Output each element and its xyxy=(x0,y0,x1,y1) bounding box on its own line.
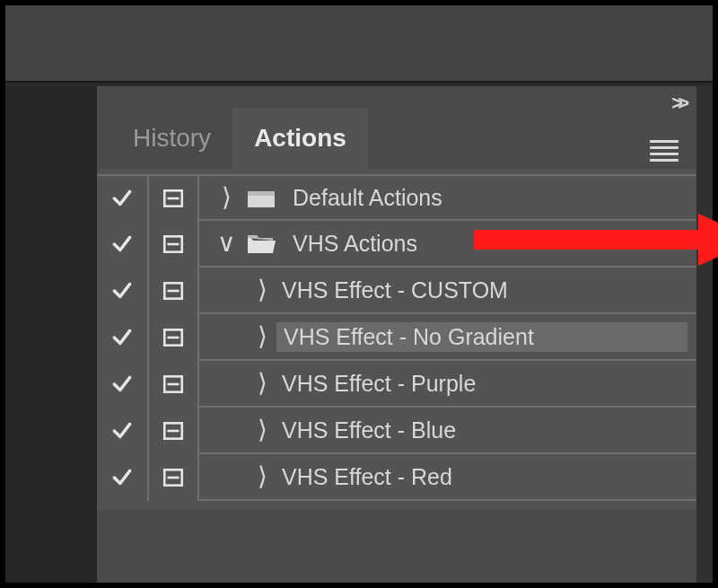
checkmark-icon xyxy=(110,466,134,489)
chevron-right-icon[interactable]: ⟩ xyxy=(248,371,276,396)
row-content: ⟩VHS Effect - No Gradient xyxy=(199,314,696,361)
toggle-enabled[interactable] xyxy=(97,174,149,221)
toggle-enabled[interactable] xyxy=(97,408,149,454)
tab-history[interactable]: History xyxy=(111,108,232,169)
dialog-toggle-icon xyxy=(162,326,185,349)
chevron-right-icon[interactable]: ⟩ xyxy=(212,185,241,210)
dialog-toggle-icon xyxy=(162,373,185,396)
action-row[interactable]: ⟩VHS Effect - Purple xyxy=(97,361,696,408)
checkmark-icon xyxy=(110,419,134,443)
panel-tabs: History Actions xyxy=(97,86,696,169)
checkmark-icon xyxy=(110,326,134,349)
tab-actions[interactable]: Actions xyxy=(232,108,368,169)
dialog-toggle-icon xyxy=(162,187,185,210)
row-content: ∨VHS Actions xyxy=(199,221,696,268)
svg-rect-2 xyxy=(248,191,275,196)
action-row[interactable]: ⟩VHS Effect - Red xyxy=(97,454,696,501)
toggle-dialog[interactable] xyxy=(149,314,199,361)
dialog-toggle-icon xyxy=(162,233,185,256)
row-label: VHS Actions xyxy=(287,231,687,257)
chevron-right-icon[interactable]: ⟩ xyxy=(248,277,276,303)
toggle-dialog[interactable] xyxy=(149,454,199,501)
row-label: VHS Effect - Blue xyxy=(276,417,687,443)
toggle-dialog[interactable] xyxy=(149,174,199,221)
row-content: ⟩VHS Effect - Purple xyxy=(199,361,696,408)
row-label: VHS Effect - Red xyxy=(276,464,687,490)
toggle-enabled[interactable] xyxy=(97,361,149,408)
actions-panel: >> History Actions ⟩Default Actions∨VHS … xyxy=(97,86,696,583)
row-label: VHS Effect - CUSTOM xyxy=(276,277,687,303)
action-set-row[interactable]: ⟩Default Actions xyxy=(97,174,696,221)
row-content: ⟩VHS Effect - Red xyxy=(199,454,696,501)
row-content: ⟩VHS Effect - CUSTOM xyxy=(199,268,696,314)
panel-menu-icon[interactable] xyxy=(650,140,679,162)
right-gutter xyxy=(696,86,713,583)
actions-list: ⟩Default Actions∨VHS Actions⟩VHS Effect … xyxy=(97,169,696,510)
row-label: VHS Effect - No Gradient xyxy=(276,322,687,352)
checkmark-icon xyxy=(110,187,134,210)
folder-closed-icon xyxy=(246,186,276,209)
toggle-dialog[interactable] xyxy=(149,361,199,408)
checkmark-icon xyxy=(110,373,134,396)
action-row[interactable]: ⟩VHS Effect - No Gradient xyxy=(97,314,696,361)
toggle-dialog[interactable] xyxy=(149,221,199,268)
app-frame: >> History Actions ⟩Default Actions∨VHS … xyxy=(0,0,718,588)
checkmark-icon xyxy=(110,233,134,256)
chevron-right-icon[interactable]: ⟩ xyxy=(248,417,276,443)
dialog-toggle-icon xyxy=(162,279,185,303)
checkmark-icon xyxy=(110,279,134,303)
action-row[interactable]: ⟩VHS Effect - Blue xyxy=(97,408,696,454)
collapse-panel-icon[interactable]: >> xyxy=(671,92,684,115)
left-gutter xyxy=(5,86,97,583)
action-row[interactable]: ⟩VHS Effect - CUSTOM xyxy=(97,268,696,314)
row-label: VHS Effect - Purple xyxy=(276,371,687,397)
action-set-row[interactable]: ∨VHS Actions xyxy=(97,221,696,268)
toggle-dialog[interactable] xyxy=(149,268,199,314)
toggle-enabled[interactable] xyxy=(97,268,149,314)
toggle-enabled[interactable] xyxy=(97,314,149,361)
folder-open-icon xyxy=(246,232,276,255)
toggle-enabled[interactable] xyxy=(97,221,149,268)
row-content: ⟩Default Actions xyxy=(199,174,696,221)
chevron-right-icon[interactable]: ⟩ xyxy=(248,324,276,349)
dialog-toggle-icon xyxy=(162,419,185,443)
row-label: Default Actions xyxy=(287,185,687,211)
toggle-dialog[interactable] xyxy=(149,408,199,454)
toggle-enabled[interactable] xyxy=(97,454,149,501)
dialog-toggle-icon xyxy=(162,466,185,489)
chevron-down-icon[interactable]: ∨ xyxy=(212,231,241,256)
row-content: ⟩VHS Effect - Blue xyxy=(199,408,696,454)
window-titlebar xyxy=(5,5,713,83)
chevron-right-icon[interactable]: ⟩ xyxy=(248,464,276,489)
